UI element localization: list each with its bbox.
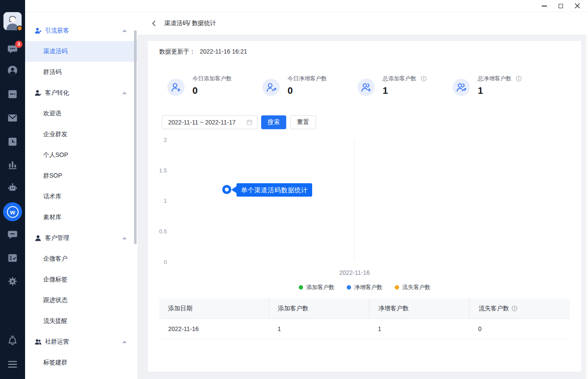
app-window: 3 — [0, 0, 588, 379]
sidebar-item-group-welcome-message[interactable]: 群欢迎语 — [25, 373, 137, 379]
chat-icon[interactable]: 3 — [7, 44, 18, 55]
chevron-up-icon — [122, 92, 127, 94]
table-cell: 1 — [369, 319, 469, 339]
sidebar-section-label: 引流获客 — [45, 27, 69, 35]
maximize-button[interactable] — [553, 0, 569, 12]
sidebar-item-group-live-code[interactable]: 群活码 — [25, 62, 137, 83]
date-range-picker[interactable]: 2022-11-11 ~ 2022-11-17 — [162, 115, 258, 129]
content-background: 数据更新于：2022-11-16 16:21 今日添加客户数 0 — [137, 35, 588, 379]
close-icon — [575, 3, 580, 9]
minimize-button[interactable] — [536, 0, 553, 12]
stat-label: 总添加客户数 — [383, 75, 416, 83]
table-header-cell: 流失客户数 — [469, 299, 570, 318]
legend-item-net-increase[interactable]: 净增客户数 — [347, 283, 383, 291]
robot-icon[interactable] — [7, 182, 18, 193]
legend-dot-blue — [347, 285, 351, 290]
data-table: 添加日期 添加客户数 净增客户数 流失客户数 2022-11-16 1 — [159, 299, 570, 339]
message-icon[interactable] — [7, 229, 18, 240]
content-scrollbar[interactable] — [585, 35, 588, 379]
sidebar-item-personal-sop[interactable]: 个人SOP — [25, 145, 137, 166]
wechat-work-icon[interactable]: w — [3, 202, 22, 221]
date-range-value: 2022-11-11 ~ 2022-11-17 — [168, 119, 246, 126]
stat-value: 0 — [288, 85, 327, 96]
contacts-icon[interactable] — [7, 65, 18, 76]
legend-dot-orange — [395, 285, 399, 290]
user-plus-icon — [35, 27, 42, 34]
user-convert-icon — [35, 89, 42, 96]
calendar-icon — [246, 119, 253, 126]
sidebar-item-tag-group-creation[interactable]: 标签建群 — [25, 352, 137, 373]
table-header-row: 添加日期 添加客户数 净增客户数 流失客户数 — [159, 299, 570, 319]
sidebar-item-enterprise-broadcast[interactable]: 企业群发 — [25, 124, 137, 145]
chevron-up-icon — [122, 29, 127, 32]
reset-button[interactable]: 重置 — [290, 115, 316, 129]
menu-icon[interactable] — [7, 359, 18, 370]
schedule-icon[interactable] — [7, 136, 18, 147]
search-button[interactable]: 搜索 — [261, 115, 286, 129]
w-glyph: w — [10, 208, 15, 216]
table-row: 2022-11-16 1 1 0 — [159, 319, 570, 339]
stats-icon[interactable] — [7, 159, 18, 170]
settings-gear-icon[interactable] — [7, 276, 18, 287]
stat-value: 1 — [383, 85, 427, 96]
users-trend-icon — [453, 79, 470, 96]
callout-label: 单个渠道活码数据统计 — [236, 183, 312, 197]
window-titlebar — [25, 0, 588, 12]
chart-legend: 添加客户数 净增客户数 流失客户数 — [148, 283, 581, 291]
y-axis-tick: 2 — [152, 137, 167, 143]
mail-icon[interactable] — [7, 112, 18, 124]
sidebar-item-channel-live-code[interactable]: 渠道活码 — [25, 41, 137, 62]
info-icon[interactable] — [511, 306, 518, 312]
y-axis-tick: 0 — [152, 259, 167, 265]
users-add-icon — [358, 79, 375, 96]
stat-label: 今日净增客户数 — [288, 75, 327, 83]
table-header-cell: 净增客户数 — [369, 299, 469, 318]
stat-today-net-increase: 今日净增客户数 0 — [262, 75, 327, 96]
sidebar-item-follow-up-status[interactable]: 跟进状态 — [25, 290, 137, 311]
updated-label: 数据更新于： — [159, 48, 195, 55]
breadcrumb-bar: 渠道活码/ 数据统计 — [137, 12, 588, 35]
sidebar-section-lead-acquisition[interactable]: 引流获客 — [25, 20, 137, 41]
unread-badge: 3 — [15, 41, 22, 48]
stat-today-added: 今日添加客户数 0 — [167, 75, 232, 96]
tasks-icon[interactable] — [7, 252, 18, 264]
avatar[interactable] — [3, 12, 22, 30]
user-trend-icon — [262, 79, 280, 96]
bell-icon[interactable] — [7, 335, 18, 346]
sidebar-item-welcome-message[interactable]: 欢迎语 — [25, 103, 137, 124]
stat-value: 1 — [478, 85, 522, 96]
sidebar: 引流获客 渠道活码 群活码 客户转化 欢迎语 企业群发 个人SOP 群SOP 话… — [25, 12, 137, 379]
sidebar-item-wecom-tags[interactable]: 企微标签 — [25, 269, 137, 290]
callout-marker-icon — [222, 185, 231, 194]
sidebar-section-customer-conversion[interactable]: 客户转化 — [25, 83, 137, 103]
sidebar-item-material-library[interactable]: 素材库 — [25, 207, 137, 228]
legend-item-churned[interactable]: 流失客户数 — [395, 283, 431, 291]
sidebar-scrollbar[interactable] — [134, 30, 137, 244]
app-rail: 3 — [0, 0, 25, 379]
breadcrumb[interactable]: 渠道活码/ 数据统计 — [164, 19, 216, 27]
sidebar-section-community-operation[interactable]: 社群运营 — [25, 331, 137, 352]
legend-item-added[interactable]: 添加客户数 — [299, 283, 335, 291]
sidebar-item-script-library[interactable]: 话术库 — [25, 186, 137, 207]
back-chevron-icon — [150, 20, 157, 27]
info-icon[interactable] — [421, 76, 427, 82]
info-icon[interactable] — [516, 76, 522, 82]
online-status-dot — [17, 25, 22, 31]
sidebar-item-group-sop[interactable]: 群SOP — [25, 166, 137, 186]
x-axis-label: 2022-11-16 — [329, 269, 380, 276]
legend-dot-green — [299, 285, 303, 290]
notebook-icon[interactable] — [7, 89, 18, 100]
table-header-cell: 添加客户数 — [268, 299, 369, 318]
stat-total-net-increase: 总净增客户数 1 — [453, 75, 522, 96]
sidebar-item-churn-reminder[interactable]: 流失提醒 — [25, 311, 137, 331]
users-icon — [35, 338, 42, 345]
y-axis-tick: 1.5 — [152, 167, 167, 174]
user-icon — [35, 235, 42, 242]
back-button[interactable] — [150, 19, 158, 27]
close-button[interactable] — [569, 0, 585, 12]
sidebar-item-wecom-customers[interactable]: 企微客户 — [25, 248, 137, 269]
statistics-card: 数据更新于：2022-11-16 16:21 今日添加客户数 0 — [148, 41, 581, 372]
sidebar-section-customer-management[interactable]: 客户管理 — [25, 228, 137, 248]
table-cell: 1 — [268, 319, 369, 339]
stat-label: 总净增客户数 — [478, 75, 511, 83]
